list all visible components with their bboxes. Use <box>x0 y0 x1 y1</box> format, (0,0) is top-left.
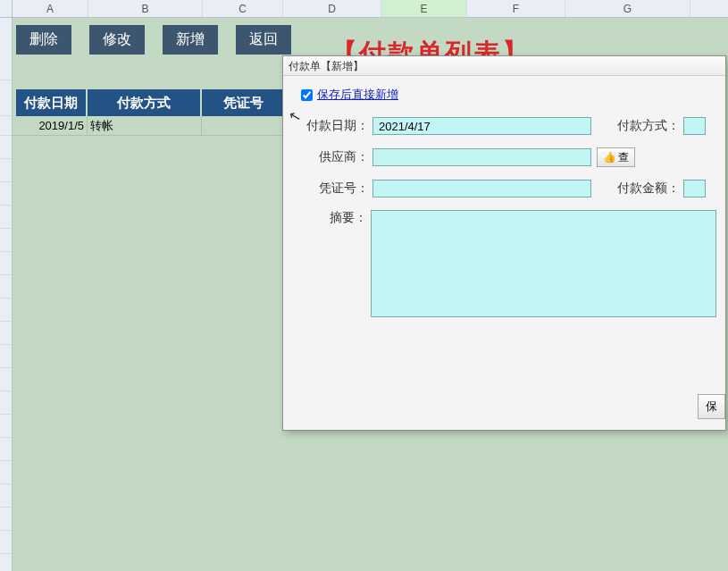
row-header-1[interactable] <box>0 18 12 80</box>
supplier-lookup-button[interactable]: 👍 查 <box>597 147 635 167</box>
pay-date-input[interactable] <box>372 117 591 135</box>
memo-textarea[interactable] <box>371 210 716 317</box>
th-voucher: 凭证号 <box>202 89 287 116</box>
list-header: 付款日期 付款方式 凭证号 <box>16 89 287 116</box>
table-row[interactable]: 2019/1/5 转帐 <box>13 116 287 136</box>
row-header-17[interactable] <box>0 438 12 461</box>
cell-voucher <box>202 116 287 136</box>
save-after-add-label[interactable]: 保存后直接新增 <box>317 87 398 103</box>
row-header-20[interactable] <box>0 508 12 531</box>
row-header-4[interactable] <box>0 136 12 159</box>
supplier-label: 供应商： <box>301 149 372 165</box>
save-button[interactable]: 保 <box>698 394 725 419</box>
pay-date-label: 付款日期： <box>301 118 372 134</box>
row-header-5[interactable] <box>0 159 12 182</box>
row-header-9[interactable] <box>0 252 12 275</box>
column-header-row: A B C D E F G <box>0 0 728 18</box>
row-header-18[interactable] <box>0 461 12 484</box>
payment-dialog: 付款单【新增】 保存后直接新增 ↖ 付款日期： 付款方式： 供应商： 👍 查 凭… <box>282 55 726 431</box>
row-header-12[interactable] <box>0 322 12 345</box>
dialog-title[interactable]: 付款单【新增】 <box>283 56 725 76</box>
row-header-21[interactable] <box>0 531 12 554</box>
cursor-icon: ↖ <box>287 107 302 127</box>
back-button[interactable]: 返回 <box>236 25 291 55</box>
row-header-19[interactable] <box>0 484 12 508</box>
voucher-input[interactable] <box>372 180 591 197</box>
row-header-15[interactable] <box>0 391 12 415</box>
col-header-e[interactable]: E <box>381 0 467 17</box>
delete-button[interactable]: 删除 <box>16 25 71 55</box>
cell-method: 转帐 <box>88 116 202 136</box>
row-header-22[interactable] <box>0 554 12 571</box>
thumbs-up-icon: 👍 <box>603 151 616 164</box>
row-header-8[interactable] <box>0 229 12 252</box>
lookup-label: 查 <box>618 150 629 165</box>
row-header-11[interactable] <box>0 298 12 322</box>
row-header-strip <box>0 18 13 571</box>
amount-input[interactable] <box>683 180 706 197</box>
row-header-16[interactable] <box>0 415 12 438</box>
row-header-14[interactable] <box>0 368 12 391</box>
col-header-c[interactable]: C <box>203 0 283 17</box>
select-all-corner[interactable] <box>0 0 13 17</box>
th-method: 付款方式 <box>88 89 202 116</box>
col-header-g[interactable]: G <box>565 0 690 17</box>
col-header-f[interactable]: F <box>467 0 565 17</box>
add-button[interactable]: 新增 <box>163 25 218 55</box>
row-header-13[interactable] <box>0 345 12 368</box>
row-header-10[interactable] <box>0 275 12 298</box>
supplier-input[interactable] <box>372 148 591 166</box>
amount-label: 付款金额： <box>616 181 683 197</box>
col-header-b[interactable]: B <box>88 0 203 17</box>
toolbar: 删除 修改 新增 返回 <box>16 25 291 55</box>
pay-method-label: 付款方式： <box>616 118 683 134</box>
row-header-2[interactable] <box>0 80 12 116</box>
modify-button[interactable]: 修改 <box>89 25 145 55</box>
row-header-6[interactable] <box>0 182 12 206</box>
row-header-7[interactable] <box>0 206 12 229</box>
col-header-d[interactable]: D <box>283 0 381 17</box>
col-header-a[interactable]: A <box>13 0 88 17</box>
pay-method-input[interactable] <box>683 117 706 135</box>
row-header-3[interactable] <box>0 116 12 136</box>
save-after-add-checkbox[interactable] <box>301 89 313 101</box>
memo-label: 摘要： <box>301 210 371 226</box>
voucher-label: 凭证号： <box>301 181 372 197</box>
cell-date: 2019/1/5 <box>13 116 88 136</box>
th-date: 付款日期 <box>16 89 88 116</box>
